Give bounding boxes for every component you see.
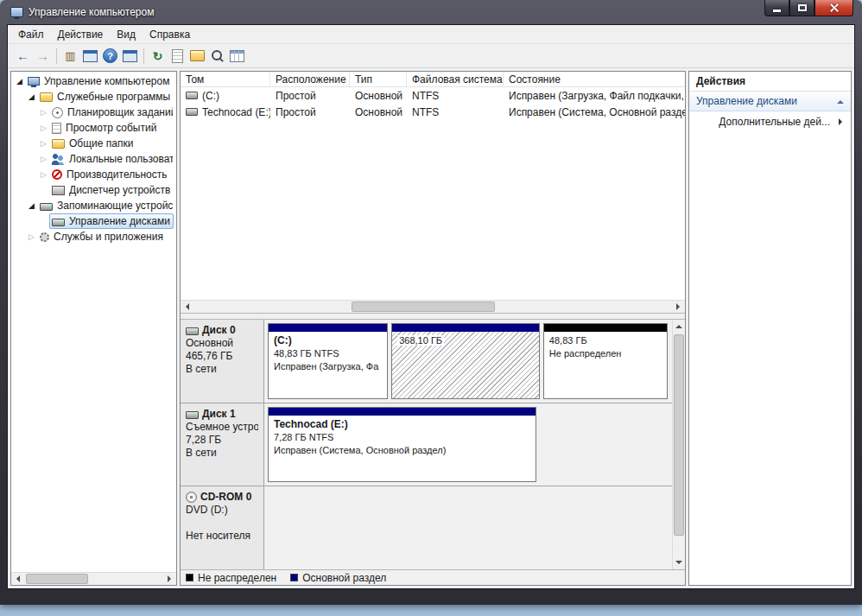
scroll-up-button[interactable] bbox=[673, 320, 685, 333]
tree-item-content: Управление компьютером (л bbox=[25, 73, 176, 89]
scroll-right-button[interactable] bbox=[672, 301, 685, 313]
document-icon[interactable] bbox=[168, 46, 187, 66]
collapse-chevron-icon[interactable] bbox=[837, 97, 844, 104]
tree-item-disk-management[interactable]: Управление дисками bbox=[11, 213, 176, 229]
tree-item-shared-folders[interactable]: ▷Общие папки bbox=[11, 136, 176, 151]
titlebar[interactable]: Управление компьютером bbox=[0, 0, 862, 24]
right-arrow-icon bbox=[168, 575, 174, 582]
volume-icon bbox=[186, 108, 198, 116]
graphical-view: Диск 0Основной465,76 ГБВ сети(C:)48,83 Г… bbox=[181, 319, 685, 569]
close-button[interactable] bbox=[814, 0, 853, 16]
partition-info-text: 48,83 ГБ bbox=[549, 335, 587, 346]
column-header-2[interactable]: Расположение bbox=[270, 72, 350, 87]
column-header-5[interactable]: Состояние bbox=[504, 72, 685, 87]
scroll-down-button[interactable] bbox=[673, 556, 685, 569]
legend-item: Основной раздел bbox=[290, 572, 386, 584]
more-actions-item[interactable]: Дополнительные дей... bbox=[689, 111, 851, 132]
partition-info-line: 7,28 ГБ NTFS bbox=[274, 431, 530, 444]
partition[interactable]: 48,83 ГБНе распределен bbox=[543, 323, 668, 399]
scroll-left-button[interactable] bbox=[181, 301, 193, 313]
drive-icon bbox=[186, 327, 199, 335]
volume-cell: NTFS bbox=[407, 90, 504, 102]
grid-icon[interactable] bbox=[227, 46, 247, 66]
tree-item-content: Управление дисками bbox=[49, 213, 174, 229]
help-icon[interactable] bbox=[100, 46, 120, 66]
tree-item-device-manager[interactable]: Диспетчер устройств bbox=[11, 182, 176, 198]
disk-header[interactable]: CD-ROM 0DVD (D:)Нет носителя bbox=[181, 486, 264, 569]
window2-icon[interactable] bbox=[120, 46, 140, 66]
menu-file[interactable]: Файл bbox=[11, 27, 51, 42]
tree-item-label: Служебные программы bbox=[57, 91, 170, 103]
scroll-right-button[interactable] bbox=[163, 573, 176, 585]
tree-scroll-track[interactable] bbox=[24, 573, 163, 585]
expander-expanded-icon[interactable]: ◢ bbox=[26, 201, 37, 210]
scroll-left-button[interactable] bbox=[11, 573, 24, 585]
minimize-button[interactable] bbox=[764, 0, 789, 16]
expander-expanded-icon[interactable]: ◢ bbox=[14, 77, 25, 86]
tree-scroll-thumb[interactable] bbox=[26, 574, 88, 584]
actions-section-disk-management[interactable]: Управление дисками bbox=[689, 92, 851, 111]
menu-view[interactable]: Вид bbox=[110, 27, 143, 42]
expander-collapsed-icon[interactable]: ▷ bbox=[38, 108, 49, 117]
menu-action[interactable]: Действие bbox=[51, 27, 111, 42]
disk-header[interactable]: Диск 1Съемное устро7,28 ГБВ сети bbox=[181, 403, 264, 486]
volume-cell: Простой bbox=[270, 106, 350, 118]
window-icon[interactable] bbox=[80, 46, 100, 66]
expander-collapsed-icon[interactable]: ▷ bbox=[38, 170, 49, 179]
back-icon[interactable]: ← bbox=[13, 46, 33, 66]
tree-item-computer-management-root[interactable]: ◢Управление компьютером (л bbox=[11, 73, 176, 89]
tree-horizontal-scrollbar[interactable] bbox=[11, 572, 176, 585]
forward-icon[interactable]: → bbox=[33, 46, 53, 66]
tree-item-performance[interactable]: ▷Производительность bbox=[11, 167, 176, 182]
column-header-4[interactable]: Файловая система bbox=[407, 72, 504, 87]
volume-icon bbox=[186, 92, 198, 99]
toggle-tree-icon[interactable]: ▥ bbox=[60, 46, 80, 66]
expander-expanded-icon[interactable]: ◢ bbox=[26, 92, 37, 101]
tree-item-services-applications[interactable]: ▷Службы и приложения bbox=[11, 229, 176, 244]
expander-collapsed-icon[interactable]: ▷ bbox=[38, 139, 49, 148]
partition-type-strip bbox=[269, 324, 387, 332]
column-header-1[interactable]: Том bbox=[181, 72, 270, 87]
volume-row[interactable]: Technocad (E:)ПростойОсновнойNTFSИсправе… bbox=[181, 104, 685, 120]
tree-item-system-tools[interactable]: ◢Служебные программы bbox=[11, 89, 176, 105]
maximize-icon bbox=[798, 4, 807, 11]
disk-info-line bbox=[186, 517, 258, 530]
up-arrow-icon bbox=[675, 321, 682, 328]
tree-item-event-viewer[interactable]: ▷Просмотр событий bbox=[11, 120, 176, 136]
maximize-button[interactable] bbox=[789, 0, 814, 16]
column-header-3[interactable]: Тип bbox=[350, 72, 407, 87]
graphical-view-vertical-scrollbar[interactable] bbox=[672, 320, 685, 569]
expander-collapsed-icon[interactable]: ▷ bbox=[26, 232, 37, 241]
graph-scroll-track[interactable] bbox=[673, 333, 685, 556]
expander-collapsed-icon[interactable]: ▷ bbox=[38, 155, 49, 163]
volume-list-horizontal-scrollbar[interactable] bbox=[181, 300, 685, 313]
folder-icon[interactable] bbox=[187, 46, 207, 66]
tree-item-local-users-groups[interactable]: ▷Локальные пользовате bbox=[11, 151, 176, 167]
partition[interactable]: 368,10 ГБ bbox=[391, 323, 540, 399]
partition[interactable]: Technocad (E:)7,28 ГБ NTFSИсправен (Сист… bbox=[268, 407, 536, 482]
disk-header[interactable]: Диск 0Основной465,76 ГБВ сети bbox=[181, 320, 264, 403]
partitions-area bbox=[264, 486, 672, 569]
minimize-icon bbox=[773, 10, 781, 12]
volume-cell: Основной bbox=[350, 106, 407, 118]
refresh-icon[interactable]: ↻ bbox=[148, 46, 168, 66]
legend-item: Не распределен bbox=[186, 572, 276, 584]
volume-cell: Technocad (E:) bbox=[181, 106, 270, 118]
toolbar-separator bbox=[143, 48, 144, 64]
volume-row[interactable]: (C:)ПростойОсновнойNTFSИсправен (Загрузк… bbox=[181, 87, 685, 104]
graph-scroll-thumb[interactable] bbox=[674, 334, 684, 536]
expander-collapsed-icon[interactable]: ▷ bbox=[38, 124, 49, 132]
partition[interactable]: (C:)48,83 ГБ NTFSИсправен (Загрузка, Фа bbox=[268, 323, 388, 399]
partitions-area: Technocad (E:)7,28 ГБ NTFSИсправен (Сист… bbox=[264, 403, 672, 486]
menu-help[interactable]: Справка bbox=[143, 27, 197, 42]
volume-scroll-thumb[interactable] bbox=[352, 302, 495, 312]
volume-scroll-track[interactable] bbox=[193, 301, 672, 313]
search-icon[interactable] bbox=[207, 46, 227, 66]
disk-rows: Диск 0Основной465,76 ГБВ сети(C:)48,83 Г… bbox=[181, 320, 672, 569]
actions-section-label: Управление дисками bbox=[696, 95, 797, 107]
tree-item-task-scheduler[interactable]: ▷Планировщик заданий bbox=[11, 105, 176, 120]
tree-item-storage[interactable]: ◢Запоминающие устройст bbox=[11, 198, 176, 213]
partition-info-text: Исправен (Система, Основной раздел) bbox=[274, 445, 446, 455]
volume-cell: Исправен (Загрузка, Файл подкачки, А bbox=[504, 90, 685, 102]
window-title: Управление компьютером bbox=[29, 6, 154, 18]
